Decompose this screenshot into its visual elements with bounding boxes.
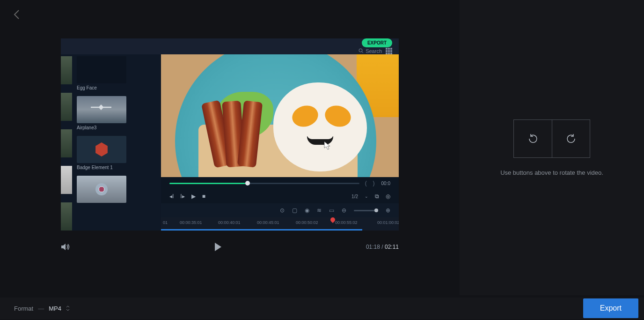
embedded-editor: EXPORT Search Egg Face Airplane3 [61, 38, 399, 231]
timeline-mark: 00:00:55:02 [335, 220, 358, 225]
format-value: MP4 [49, 305, 61, 312]
strip-thumb[interactable] [61, 129, 72, 157]
caption-icon[interactable]: ▭ [329, 207, 334, 214]
rotate-hint-text: Use buttons above to rotate the video. [500, 169, 603, 176]
format-dash: — [38, 305, 44, 312]
chevron-down-icon[interactable]: ⌄ [365, 194, 368, 199]
back-button[interactable] [13, 9, 20, 20]
zoom-out-icon[interactable]: ⊖ [342, 207, 346, 214]
zoom-slider[interactable] [354, 210, 378, 211]
rotate-panel: Use buttons above to rotate the video. [460, 0, 644, 295]
editor-body: Egg Face Airplane3 Badge Element 1 [61, 54, 399, 231]
time-separator: / [381, 244, 383, 250]
format-selector[interactable]: Format — MP4 [14, 305, 70, 312]
rotate-right-button[interactable] [552, 119, 590, 158]
editor-topbar: EXPORT [61, 38, 399, 47]
main-play-button[interactable] [214, 242, 222, 252]
rotate-ccw-icon [527, 133, 539, 145]
asset-thumb [77, 136, 126, 163]
mic-icon[interactable]: ◉ [305, 207, 309, 214]
asset-item[interactable]: Badge Element 1 [77, 136, 156, 170]
time-display: 01:18 / 02:11 [366, 244, 399, 250]
bottom-bar: Format — MP4 Export [0, 298, 644, 319]
bracket-icon: ( ) [365, 180, 376, 186]
asset-item[interactable] [77, 176, 156, 203]
camera-icon[interactable]: ◎ [386, 193, 390, 200]
asset-thumb [77, 96, 126, 123]
strip-thumb[interactable] [61, 202, 72, 231]
asset-item[interactable]: Airplane3 [77, 96, 156, 130]
strip-thumb[interactable] [61, 93, 72, 121]
asset-panel: Egg Face Airplane3 Badge Element 1 [72, 54, 161, 231]
zoom-label: 1/2 [351, 194, 358, 199]
preview-area: ( ) 00:0 ◂I I▸ ▶ ■ 1/2 ⌄ ⧉ ◎ ⊙ [161, 54, 399, 231]
stop-icon[interactable]: ■ [202, 193, 205, 200]
format-label: Format [14, 305, 33, 312]
toolbelt: ⊙ ▢ ◉ ≋ ▭ ⊖ ⊕ [161, 203, 399, 217]
search-input[interactable]: Search [359, 48, 382, 54]
asset-item[interactable]: Egg Face [77, 56, 156, 90]
export-button[interactable]: Export [583, 298, 638, 318]
search-icon [359, 48, 364, 53]
timeline-mark: 01 [163, 220, 168, 225]
display-icon[interactable]: ⧉ [375, 193, 379, 200]
preview-controls: ◂I I▸ ▶ ■ 1/2 ⌄ ⧉ ◎ [161, 189, 399, 203]
preview-frame [161, 54, 399, 177]
rotate-left-button[interactable] [513, 119, 552, 158]
volume-icon[interactable] [61, 243, 70, 251]
sidebar-thumb-strip [61, 54, 72, 231]
asset-thumb [77, 176, 126, 203]
shield-icon[interactable]: ▢ [292, 207, 297, 214]
asset-label: Egg Face [77, 85, 156, 90]
asset-label: Badge Element 1 [77, 165, 156, 170]
chevron-updown-icon [66, 305, 70, 311]
timeline-mark: 00:01:00:02 [377, 220, 399, 225]
svg-point-0 [359, 49, 362, 52]
scrub-knob[interactable] [245, 181, 250, 186]
strip-thumb[interactable] [61, 166, 72, 194]
preview-scrubber[interactable]: ( ) 00:0 [161, 177, 399, 189]
timeline-mark: 00:00:45:01 [257, 220, 279, 225]
timeline-ruler[interactable]: 01 00:00:35:01 00:00:40:01 00:00:45:01 0… [161, 217, 399, 231]
timeline-mark: 00:00:35:01 [180, 220, 202, 225]
grid-view-icon[interactable] [386, 48, 392, 54]
play-icon[interactable]: ▶ [191, 193, 196, 200]
scrub-time: 00:0 [381, 181, 390, 186]
timeline-mark: 00:00:40:01 [218, 220, 241, 225]
step-forward-icon[interactable]: I▸ [180, 193, 184, 200]
asset-label: Airplane3 [77, 125, 156, 130]
editor-subbar: Search [61, 47, 399, 54]
time-current: 01:18 [366, 244, 380, 250]
scrub-track[interactable] [169, 183, 359, 184]
editor-export-pill[interactable]: EXPORT [362, 38, 392, 47]
step-back-icon[interactable]: ◂I [169, 193, 174, 200]
svg-line-1 [362, 52, 363, 53]
rotate-button-group [513, 119, 590, 158]
rotate-cw-icon [565, 133, 577, 145]
strip-thumb[interactable] [61, 56, 72, 84]
timeline-clip[interactable] [161, 229, 362, 231]
main-player-controls: 01:18 / 02:11 [61, 240, 399, 254]
asset-thumb [77, 56, 126, 83]
zoom-in-icon[interactable]: ⊕ [386, 207, 390, 214]
timeline-mark: 00:00:50:02 [296, 220, 318, 225]
search-placeholder: Search [366, 48, 382, 54]
time-duration: 02:11 [385, 244, 399, 250]
settings-icon[interactable]: ≋ [317, 207, 322, 214]
marker-icon[interactable]: ⊙ [280, 207, 285, 214]
video-preview[interactable] [161, 54, 399, 177]
